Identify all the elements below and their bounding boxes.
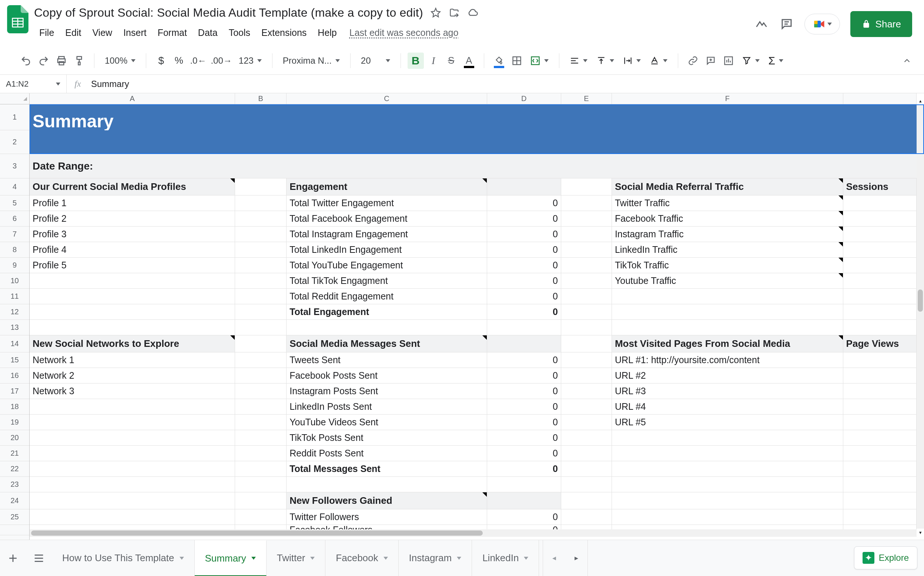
cell[interactable] bbox=[561, 242, 612, 257]
row-header[interactable]: 22 bbox=[0, 461, 29, 477]
cell[interactable] bbox=[843, 446, 917, 461]
menu-format[interactable]: Format bbox=[152, 25, 192, 40]
add-sheet-button[interactable] bbox=[0, 545, 26, 571]
cell[interactable] bbox=[235, 227, 286, 242]
cell[interactable] bbox=[843, 320, 917, 335]
row-header[interactable]: 13 bbox=[0, 320, 29, 335]
number-format-dropdown[interactable]: 123 bbox=[235, 56, 265, 66]
cell[interactable] bbox=[30, 304, 235, 320]
italic-button[interactable]: I bbox=[425, 53, 442, 69]
cell[interactable] bbox=[843, 492, 917, 509]
increase-decimal-button[interactable]: .00→ bbox=[209, 53, 233, 69]
cell[interactable]: Instagram Traffic bbox=[612, 227, 843, 242]
row-header[interactable]: 14 bbox=[0, 335, 29, 352]
chevron-down-icon[interactable] bbox=[457, 557, 461, 560]
cell[interactable] bbox=[843, 352, 917, 368]
cell[interactable]: Total Messages Sent bbox=[286, 461, 487, 477]
cell[interactable] bbox=[843, 195, 917, 211]
menu-file[interactable]: File bbox=[34, 25, 59, 40]
sheet-tab[interactable]: Instagram bbox=[399, 540, 472, 576]
menu-data[interactable]: Data bbox=[193, 25, 223, 40]
menu-help[interactable]: Help bbox=[312, 25, 342, 40]
cell[interactable] bbox=[30, 461, 235, 477]
cell[interactable] bbox=[235, 273, 286, 288]
column-header[interactable] bbox=[843, 93, 917, 104]
cell[interactable]: URL #4 bbox=[612, 399, 843, 414]
cell[interactable]: Profile 2 bbox=[30, 211, 235, 226]
row-header[interactable]: 8 bbox=[0, 242, 29, 258]
cell[interactable]: Youtube Traffic bbox=[612, 273, 843, 288]
strikethrough-button[interactable]: S bbox=[443, 53, 459, 69]
cell[interactable]: TikTok Traffic bbox=[612, 258, 843, 273]
cell[interactable] bbox=[561, 492, 612, 509]
tab-scroll-left-button[interactable]: ◀ bbox=[543, 547, 565, 570]
row-header[interactable]: 18 bbox=[0, 399, 29, 414]
merge-cells-button[interactable] bbox=[526, 56, 552, 66]
row-header[interactable]: 10 bbox=[0, 273, 29, 289]
cell[interactable]: 0 bbox=[487, 273, 561, 288]
cell[interactable]: URL #5 bbox=[612, 414, 843, 430]
cell[interactable]: 0 bbox=[487, 430, 561, 445]
row-header[interactable]: 17 bbox=[0, 384, 29, 399]
chevron-down-icon[interactable] bbox=[251, 557, 256, 560]
text-rotation-button[interactable] bbox=[646, 56, 671, 66]
percent-button[interactable]: % bbox=[171, 53, 187, 69]
cell[interactable] bbox=[235, 335, 286, 352]
cell[interactable] bbox=[235, 195, 286, 211]
cell[interactable]: 0 bbox=[487, 414, 561, 430]
insert-link-button[interactable] bbox=[685, 53, 701, 69]
cell[interactable] bbox=[843, 509, 917, 525]
paint-format-button[interactable] bbox=[71, 53, 87, 69]
horizontal-align-button[interactable] bbox=[566, 56, 591, 66]
cell[interactable] bbox=[286, 320, 487, 335]
explore-button[interactable]: ✦ Explore bbox=[854, 546, 918, 570]
table-row[interactable]: Summary bbox=[30, 104, 917, 130]
row-header[interactable]: 3 bbox=[0, 154, 29, 178]
cell[interactable] bbox=[235, 178, 286, 195]
spreadsheet-grid[interactable]: ABCDEF 123456789101112131415161718192021… bbox=[0, 93, 924, 540]
cell[interactable]: TikTok Posts Sent bbox=[286, 430, 487, 445]
borders-button[interactable] bbox=[508, 53, 525, 69]
meet-button[interactable] bbox=[804, 14, 840, 34]
cell[interactable] bbox=[561, 430, 612, 445]
cell[interactable] bbox=[561, 477, 612, 492]
table-row[interactable]: Reddit Posts Sent0 bbox=[30, 446, 917, 461]
cell[interactable] bbox=[843, 384, 917, 399]
row-header[interactable]: 23 bbox=[0, 477, 29, 492]
cell[interactable] bbox=[30, 477, 235, 492]
cell[interactable] bbox=[30, 509, 235, 525]
cell[interactable]: Total Facebook Engagement bbox=[286, 211, 487, 226]
cell[interactable]: Twitter Followers bbox=[286, 509, 487, 525]
table-row[interactable]: TikTok Posts Sent0 bbox=[30, 430, 917, 446]
cell[interactable]: Total YouTube Engagement bbox=[286, 258, 487, 273]
table-row[interactable] bbox=[30, 320, 917, 335]
cell[interactable]: LinkedIn Posts Sent bbox=[286, 399, 487, 414]
cell[interactable] bbox=[561, 320, 612, 335]
scroll-thumb[interactable] bbox=[31, 530, 483, 536]
comments-icon[interactable] bbox=[779, 17, 794, 32]
cell[interactable] bbox=[561, 509, 612, 525]
menu-edit[interactable]: Edit bbox=[60, 25, 86, 40]
cell[interactable]: Profile 1 bbox=[30, 195, 235, 211]
chevron-down-icon[interactable] bbox=[384, 557, 388, 560]
cell[interactable] bbox=[561, 258, 612, 273]
cell[interactable] bbox=[235, 320, 286, 335]
cell[interactable]: Network 2 bbox=[30, 368, 235, 383]
cell[interactable] bbox=[612, 509, 843, 525]
cell[interactable]: Social Media Referral Traffic bbox=[612, 178, 843, 195]
print-button[interactable] bbox=[53, 53, 70, 69]
cell[interactable] bbox=[30, 320, 235, 335]
cell[interactable] bbox=[843, 430, 917, 445]
banner-cell[interactable] bbox=[30, 130, 917, 154]
cell[interactable] bbox=[561, 461, 612, 477]
cell[interactable] bbox=[612, 320, 843, 335]
cell[interactable]: Facebook Posts Sent bbox=[286, 368, 487, 383]
cell[interactable]: 0 bbox=[487, 384, 561, 399]
sheet-tab[interactable]: Facebook bbox=[325, 540, 398, 576]
cell[interactable] bbox=[843, 211, 917, 226]
cell[interactable] bbox=[612, 304, 843, 320]
cell[interactable]: Total Twitter Engagement bbox=[286, 195, 487, 211]
cell[interactable]: Facebook Traffic bbox=[612, 211, 843, 226]
banner-cell[interactable]: Summary bbox=[30, 104, 917, 130]
cell[interactable] bbox=[487, 178, 561, 195]
